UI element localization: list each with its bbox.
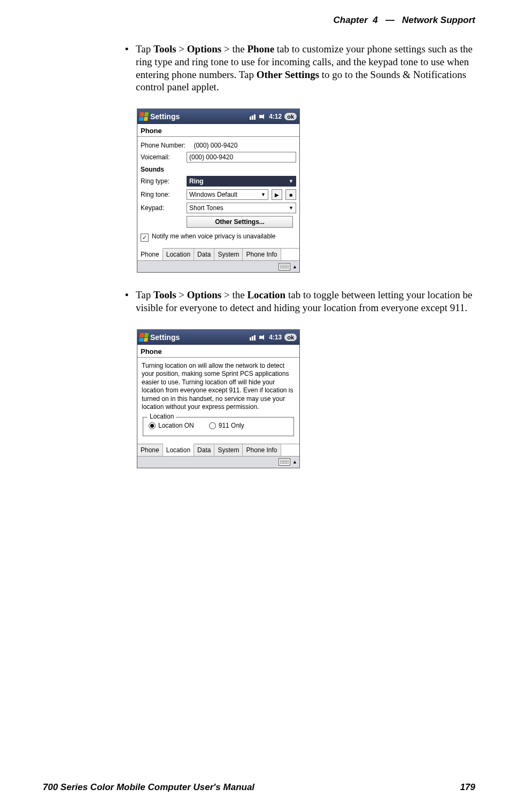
titlebar-label: Settings <box>150 333 180 342</box>
settings-body: Phone Number: (000) 000-9420 Voicemail: … <box>137 138 299 248</box>
speaker-icon <box>259 334 267 341</box>
footer-title: 700 Series Color Mobile Computer User's … <box>43 782 254 793</box>
tools-bold: Tools <box>153 289 176 300</box>
bullet-marker: • <box>123 43 136 94</box>
chevron-down-icon: ▼ <box>261 192 266 197</box>
page-header: Chapter 4 — Network Support <box>334 15 475 26</box>
phone-bold: Phone <box>247 43 274 55</box>
txt: > <box>176 43 187 55</box>
tab-system[interactable]: System <box>214 249 243 260</box>
sip-arrow-icon[interactable]: ▲ <box>292 459 297 465</box>
radio-911-only[interactable]: 911 Only <box>209 422 244 430</box>
signal-icon <box>250 113 257 120</box>
start-menu[interactable]: Settings <box>140 112 180 121</box>
ring-type-value: Ring <box>189 177 204 185</box>
location-legend: Location <box>148 413 176 421</box>
options-bold: Options <box>187 43 221 55</box>
sip-arrow-icon[interactable]: ▲ <box>292 264 297 269</box>
signal-icon <box>250 334 257 341</box>
keyboard-icon[interactable] <box>279 458 290 466</box>
windows-flag-icon <box>139 333 149 342</box>
voicemail-value: (000) 000-9420 <box>189 153 233 161</box>
ok-button[interactable]: ok <box>284 333 297 342</box>
chevron-down-icon: ▼ <box>289 179 293 184</box>
notify-checkbox[interactable]: ✓ <box>141 234 149 242</box>
txt: > <box>176 289 187 300</box>
bullet-item-2: • Tap Tools > Options > the Location tab… <box>123 289 476 314</box>
tab-phone[interactable]: Phone <box>137 444 163 456</box>
start-menu[interactable]: Settings <box>140 333 180 342</box>
chevron-down-icon: ▼ <box>289 205 293 211</box>
title-bar: Settings 4:12 ok <box>137 109 299 124</box>
bullet-item-1: • Tap Tools > Options > the Phone tab to… <box>123 43 476 94</box>
tab-phone-info[interactable]: Phone Info <box>243 444 281 456</box>
phone-number-label: Phone Number: <box>141 142 185 149</box>
header-title: Network Support <box>402 15 475 25</box>
sip-bar: ▲ <box>137 456 299 468</box>
location-bold: Location <box>247 289 285 300</box>
location-fieldset: Location Location ON 911 Only <box>143 417 294 436</box>
ring-type-label: Ring type: <box>141 177 183 185</box>
radio-label: Location ON <box>158 422 194 429</box>
play-button[interactable]: ▶ <box>272 189 282 200</box>
txt: > the <box>221 43 247 55</box>
txt: Tap <box>136 289 153 300</box>
tab-phone[interactable]: Phone <box>137 248 163 260</box>
tools-bold: Tools <box>153 43 176 55</box>
notify-label: Notify me when voice privacy is unavaila… <box>152 233 275 241</box>
txt: Tap <box>136 43 153 55</box>
screenshot-phone-settings: Settings 4:12 ok Phone Phone Number: (00… <box>137 109 300 273</box>
ok-button[interactable]: ok <box>284 112 297 121</box>
titlebar-label: Settings <box>150 112 180 121</box>
sounds-heading: Sounds <box>141 166 296 173</box>
voicemail-label: Voicemail: <box>141 153 183 161</box>
speaker-icon <box>259 113 267 120</box>
voicemail-field[interactable]: (000) 000-9420 <box>187 152 296 163</box>
ring-tone-value: Windows Default <box>189 191 237 198</box>
tab-strip: Phone Location Data System Phone Info <box>137 248 299 260</box>
page-number: 179 <box>460 782 475 793</box>
tab-location[interactable]: Location <box>163 444 194 456</box>
location-body: Turning location on will allow the netwo… <box>137 359 299 444</box>
tab-data[interactable]: Data <box>194 249 214 260</box>
page-footer: 700 Series Color Mobile Computer User's … <box>43 782 475 793</box>
status-icons: 4:13 ok <box>250 333 297 342</box>
windows-flag-icon <box>139 112 149 121</box>
header-sep: — <box>385 15 395 25</box>
radio-label: 911 Only <box>219 422 244 429</box>
location-description: Turning location on will allow the netwo… <box>142 362 295 412</box>
ring-type-select[interactable]: Ring▼ <box>187 176 296 187</box>
radio-location-on[interactable]: Location ON <box>149 422 194 430</box>
other-settings-bold: Other Settings <box>257 69 319 80</box>
clock: 4:12 <box>269 113 282 120</box>
tab-phone-info[interactable]: Phone Info <box>243 249 281 260</box>
stop-button[interactable]: ■ <box>285 189 296 200</box>
status-icons: 4:12 ok <box>250 112 297 121</box>
ring-tone-label: Ring tone: <box>141 191 183 198</box>
ring-tone-select[interactable]: Windows Default▼ <box>187 189 268 200</box>
tab-data[interactable]: Data <box>194 444 214 456</box>
keypad-select[interactable]: Short Tones▼ <box>187 203 296 213</box>
keyboard-icon[interactable] <box>279 263 290 270</box>
radio-icon <box>209 422 216 429</box>
tab-location[interactable]: Location <box>163 249 194 260</box>
screen-heading: Phone <box>137 124 299 136</box>
tab-system[interactable]: System <box>214 444 243 456</box>
sip-bar: ▲ <box>137 260 299 272</box>
page-content: • Tap Tools > Options > the Phone tab to… <box>123 43 476 484</box>
screen-heading: Phone <box>137 345 299 357</box>
phone-number-value: (000) 000-9420 <box>194 142 237 149</box>
bullet-text-1: Tap Tools > Options > the Phone tab to c… <box>136 43 476 94</box>
keypad-label: Keypad: <box>141 204 183 212</box>
chapter-label: Chapter <box>334 15 368 25</box>
other-settings-button[interactable]: Other Settings... <box>187 216 293 228</box>
keypad-value: Short Tones <box>189 204 223 212</box>
chapter-number: 4 <box>373 15 377 25</box>
clock: 4:13 <box>269 334 282 341</box>
tab-strip: Phone Location Data System Phone Info <box>137 444 299 456</box>
options-bold: Options <box>187 289 221 300</box>
bullet-marker: • <box>123 289 136 314</box>
txt: > the <box>221 289 247 300</box>
radio-icon <box>149 422 156 429</box>
title-bar: Settings 4:13 ok <box>137 330 299 345</box>
